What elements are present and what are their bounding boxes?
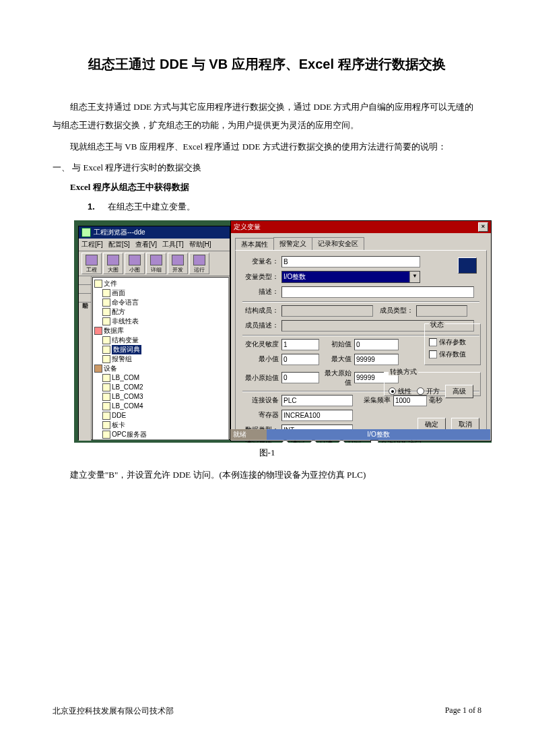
dialog-title: 定义变量	[234, 222, 261, 232]
define-variable-dialog: 定义变量 × 基本属性 报警定义 记录和安全区 变量名：B 变量类型：I/O整数…	[230, 220, 492, 441]
group-conversion: 转换方式 线性 开方 高级	[384, 372, 481, 396]
tree-node-recipe[interactable]: 配方	[102, 307, 227, 317]
section-1-heading: 一、 与 Excel 程序进行实时的数据交换	[53, 158, 481, 177]
label-sens: 变化灵敏度	[242, 340, 279, 349]
input-rawmin[interactable]: 0	[281, 372, 319, 383]
tb-run-button[interactable]: 运行	[189, 253, 209, 274]
screenshot-figure: 工程浏览器---dde 工程[F] 配置[S] 查看[V] 工具[T] 帮助[H…	[74, 220, 492, 443]
check-save-value[interactable]: 保存数值	[429, 350, 476, 359]
close-icon[interactable]: ×	[478, 222, 488, 232]
label-memdesc: 成员描述：	[242, 321, 279, 330]
subheading-1: Excel 程序从组态王中获得数据	[70, 178, 481, 196]
label-rawmax: 最大原始值	[319, 369, 352, 387]
tree-node-netsite[interactable]: 网络站点	[102, 439, 227, 440]
tb-detail-button[interactable]: 详细	[146, 253, 166, 274]
project-browser-window: 工程浏览器---dde 工程[F] 配置[S] 查看[V] 工具[T] 帮助[H…	[78, 226, 230, 440]
menu-help[interactable]: 帮助[H]	[189, 240, 211, 249]
variable-icon	[458, 257, 477, 274]
input-desc[interactable]	[281, 286, 474, 298]
footer-left: 北京亚控科技发展有限公司技术部	[53, 705, 174, 717]
tree-node-nonlinear[interactable]: 非线性表	[102, 317, 227, 326]
list-item-1-text: 在组态王中建立变量。	[108, 201, 195, 212]
tree-node-dde[interactable]: DDE	[102, 411, 227, 420]
label-varname: 变量名：	[242, 257, 279, 266]
combo-conndev[interactable]: PLC	[281, 395, 353, 406]
menu-config[interactable]: 配置[S]	[108, 240, 130, 249]
tree-node-screen[interactable]: 画面	[102, 288, 227, 298]
vtab-system[interactable]: 系统	[79, 276, 91, 285]
vtab-help[interactable]: 帮助	[79, 294, 91, 303]
vertical-tabs: 系统 设备 帮助	[79, 276, 92, 441]
tab-basic[interactable]: 基本属性	[235, 238, 274, 251]
page-footer: 北京亚控科技发展有限公司技术部 Page 1 of 8	[53, 705, 481, 717]
tree-node-board[interactable]: 板卡	[102, 420, 227, 430]
tb-smallicon-button[interactable]: 小图	[125, 253, 145, 274]
label-max: 最大值	[319, 354, 352, 364]
tb-project-button[interactable]: 工程	[81, 253, 102, 274]
dialog-titlebar: 定义变量 ×	[231, 221, 491, 233]
dialog-panel: 变量名：B 变量类型：I/O整数 描述： 结构成员： 成员类型： 成员描述： 变…	[235, 250, 487, 437]
label-vartype: 变量类型：	[242, 272, 279, 282]
vtab-device[interactable]: 设备	[79, 285, 91, 294]
list-item-1: 1.在组态王中建立变量。	[88, 197, 481, 216]
label-desc: 描述：	[242, 287, 279, 296]
page-title: 组态王通过 DDE 与 VB 应用程序、Excel 程序进行数据交换	[53, 55, 481, 73]
combo-reg[interactable]: INCREA100	[281, 410, 353, 421]
status-bar: 就绪 I/O整数	[230, 429, 490, 440]
paragraph-after-figure: 建立变量"B"，并设置允许 DDE 访问。(本例连接的物理设备为亚控仿真 PLC…	[70, 466, 481, 484]
check-save-param[interactable]: 保存参数	[429, 338, 476, 347]
combo-struct[interactable]	[281, 305, 373, 317]
tree-node-cmdlang[interactable]: 命令语言	[102, 298, 227, 307]
tree-node-opc[interactable]: OPC服务器	[102, 430, 227, 439]
menu-bar[interactable]: 工程[F] 配置[S] 查看[V] 工具[T] 帮助[H]	[79, 239, 230, 251]
tab-alarm[interactable]: 报警定义	[273, 237, 312, 250]
advanced-button[interactable]: 高级	[445, 385, 473, 398]
tree-node-com3[interactable]: LB_COM3	[102, 392, 227, 402]
paragraph-2: 现就组态王与 VB 应用程序、Excel 程序通过 DDE 方式进行数据交换的使…	[53, 137, 481, 156]
dialog-tabs: 基本属性 报警定义 记录和安全区	[235, 237, 487, 250]
label-rawmin: 最小原始值	[242, 373, 279, 383]
label-init: 初始值	[319, 340, 352, 349]
label-struct: 结构成员：	[242, 306, 279, 315]
app-icon	[81, 228, 91, 237]
tree-node-com4[interactable]: LB_COM4	[102, 402, 227, 411]
input-varname[interactable]: B	[281, 256, 420, 267]
group-state: 状态 保存参数 保存数值	[424, 323, 481, 365]
footer-right: Page 1 of 8	[445, 705, 481, 717]
tree-node-alarmgrp[interactable]: 报警组	[102, 354, 227, 364]
tree-node-structvar[interactable]: 结构变量	[102, 336, 227, 345]
menu-view[interactable]: 查看[V]	[135, 240, 157, 249]
input-max[interactable]: 99999	[354, 354, 399, 365]
toolbar: 工程 大图 小图 详细 开发 运行	[79, 251, 230, 276]
menu-tools[interactable]: 工具[T]	[162, 240, 184, 249]
project-browser-title: 工程浏览器---dde	[94, 228, 145, 237]
radio-linear[interactable]: 线性	[389, 387, 411, 396]
figure-1-caption: 图-1	[53, 447, 481, 459]
tree-node-file[interactable]: 文件	[94, 279, 227, 288]
tab-record[interactable]: 记录和安全区	[312, 237, 364, 250]
list-item-1-num: 1.	[88, 201, 95, 212]
label-reg: 寄存器	[242, 410, 279, 420]
label-memtype: 成员类型：	[373, 306, 413, 315]
label-min: 最小值	[242, 354, 279, 364]
paragraph-1: 组态王支持通过 DDE 方式与其它应用程序进行数据交换，通过 DDE 方式用户自…	[53, 98, 481, 135]
tb-bigicon-button[interactable]: 大图	[103, 253, 123, 274]
tb-dev-button[interactable]: 开发	[168, 253, 188, 274]
tree-node-datadict[interactable]: 数据词典	[102, 345, 227, 354]
input-init[interactable]: 0	[354, 339, 399, 350]
tree-node-device[interactable]: 设备	[94, 364, 227, 373]
combo-vartype[interactable]: I/O整数	[281, 271, 420, 283]
tree-node-com1[interactable]: LB_COM	[102, 373, 227, 383]
tree-node-database[interactable]: 数据库	[94, 326, 227, 336]
project-tree[interactable]: 文件 画面 命令语言 配方 非线性表 数据库 结构变量 数据词典 报警组 设备 …	[92, 277, 229, 440]
input-sens[interactable]: 1	[281, 339, 319, 350]
input-min[interactable]: 0	[281, 354, 319, 365]
menu-project[interactable]: 工程[F]	[81, 240, 103, 249]
project-browser-titlebar: 工程浏览器---dde	[79, 226, 230, 239]
status-type: I/O整数	[267, 430, 490, 439]
group-conv-title: 转换方式	[389, 368, 418, 375]
tree-node-com2[interactable]: LB_COM2	[102, 383, 227, 392]
radio-sqrt[interactable]: 开方	[417, 387, 440, 396]
label-conndev: 连接设备	[242, 396, 279, 405]
combo-memtype[interactable]	[416, 305, 467, 317]
